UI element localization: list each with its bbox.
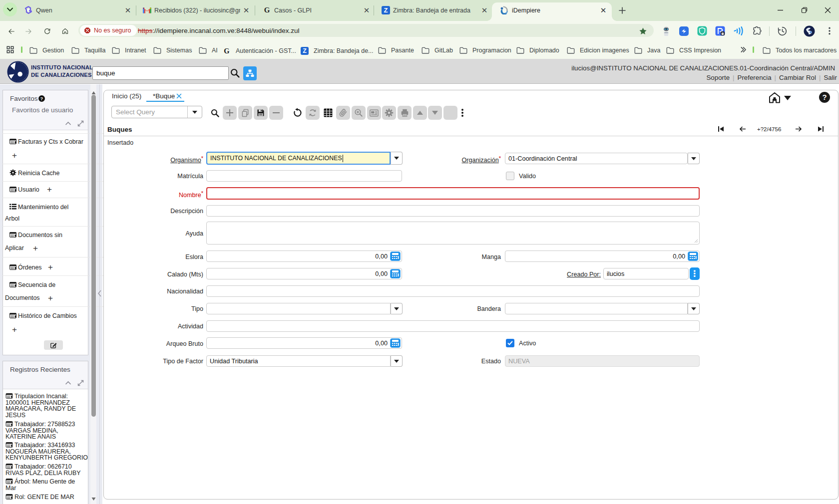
svg-text:?: ? [40,96,43,101]
